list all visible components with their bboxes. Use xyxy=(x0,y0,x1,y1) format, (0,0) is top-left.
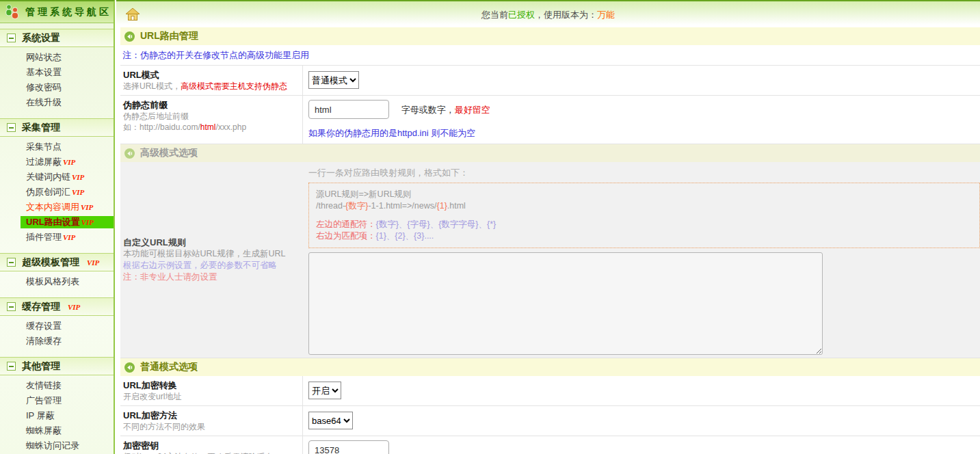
sidebar-section-other[interactable]: 其他管理 xyxy=(0,357,114,375)
token-text: {1} xyxy=(437,201,447,211)
example-line: 源URL规则=>新URL规则 xyxy=(316,189,972,200)
sidebar-item[interactable]: 清除缓存 xyxy=(0,334,114,349)
sidebar-group: 缓存设置 清除缓存 xyxy=(0,316,114,351)
minus-box-icon[interactable] xyxy=(7,362,16,371)
sidebar-group: 网站状态 基本设置 修改密码 在线升级 xyxy=(0,47,114,113)
field-input-cell: base64 xyxy=(303,406,980,436)
field-label-cell: 自定义URL规则 本功能可根据目标站URL规律，生成新URL 根据右边示例设置，… xyxy=(120,162,303,358)
sidebar-item[interactable]: 蜘蛛屏蔽 xyxy=(0,423,114,438)
highlight-text: html xyxy=(200,122,216,132)
form-row-custom-rules: 自定义URL规则 本功能可根据目标站URL规律，生成新URL 根据右边示例设置，… xyxy=(120,162,980,358)
section-label: 缓存管理 xyxy=(22,301,60,313)
vip-badge: VIP xyxy=(72,173,84,181)
vip-badge: VIP xyxy=(72,188,84,196)
sidebar-item[interactable]: IP 屏蔽 xyxy=(0,408,114,423)
speaker-back-icon xyxy=(124,31,135,42)
minus-box-icon[interactable] xyxy=(7,302,16,311)
section-header-normal: 普通模式选项 xyxy=(120,358,980,376)
field-input-cell xyxy=(303,436,980,454)
section-label: 超级模板管理 xyxy=(22,256,79,269)
token-text: {数字} xyxy=(345,201,368,211)
custom-rules-textarea[interactable] xyxy=(308,252,823,355)
vip-badge: VIP xyxy=(63,158,75,166)
field-desc-example: 如：http://baidu.com/html/xxx.php xyxy=(123,122,298,133)
content: URL路由管理 注：伪静态的开关在修改节点的高级功能里启用 URL模式 选择UR… xyxy=(120,27,980,454)
field-desc: 本功能可根据目标站URL规律，生成新URL xyxy=(123,248,299,260)
sidebar-item[interactable]: 修改密码 xyxy=(0,80,114,95)
field-desc: 不同的方法不同的效果 xyxy=(123,421,298,432)
vip-badge: VIP xyxy=(63,233,75,241)
form-row-method: URL加密方法 不同的方法不同的效果 base64 xyxy=(120,406,980,436)
page-title: URL路由管理 xyxy=(140,30,198,42)
version-text: 万能 xyxy=(597,10,615,20)
field-desc: 根据右边示例设置，必要的参数不可省略 xyxy=(123,260,299,271)
sidebar-item[interactable]: 蜘蛛访问记录 xyxy=(0,438,114,453)
sidebar-section-collect[interactable]: 采集管理 xyxy=(0,118,114,137)
section-label: 系统设置 xyxy=(22,32,60,44)
note-line: 注：伪静态的开关在修改节点的高级功能里启用 xyxy=(120,45,980,66)
sidebar-item[interactable]: 友情链接 xyxy=(0,378,114,393)
field-desc-warning: 注：非专业人士请勿设置 xyxy=(123,271,299,283)
sidebar-group: 采集节点 过滤屏蔽VIP 关键词内链VIP 伪原创词汇VIP 文本内容调用VIP… xyxy=(0,137,114,248)
section-header-advanced: 高级模式选项 xyxy=(120,144,980,162)
section-label: 其他管理 xyxy=(22,360,60,373)
sidebar-item[interactable]: 在线升级 xyxy=(0,95,114,110)
minus-box-icon[interactable] xyxy=(7,258,16,267)
section-label: 采集管理 xyxy=(22,122,60,134)
form-row-key: 加密密钥 仅对base64方法有效，更改后需清除缓存 xyxy=(120,436,980,454)
rules-example-box: 源URL规则=>新URL规则 /thread-{数字}-1-1.html=>/n… xyxy=(308,183,980,248)
minus-box-icon[interactable] xyxy=(7,123,16,132)
field-label-cell: URL加密方法 不同的方法不同的效果 xyxy=(120,406,303,436)
sidebar-item[interactable]: 基本设置 xyxy=(0,65,114,80)
sidebar-item[interactable]: 网站状态 xyxy=(0,50,114,65)
sidebar-item[interactable]: 过滤屏蔽VIP xyxy=(0,155,114,170)
field-input-cell: 一行一条对应路由映射规则，格式如下： 源URL规则=>新URL规则 /threa… xyxy=(303,162,980,358)
rules-hint: 一行一条对应路由映射规则，格式如下： xyxy=(308,168,980,178)
sidebar-item[interactable]: 伪原创词汇VIP xyxy=(0,185,114,200)
sidebar-section-system[interactable]: 系统设置 xyxy=(0,29,114,47)
vip-badge: VIP xyxy=(87,258,99,267)
field-label-cell: 伪静态前缀 伪静态后地址前缀 如：http://baidu.com/html/x… xyxy=(120,96,303,144)
encrypt-method-select[interactable]: base64 xyxy=(308,412,353,429)
example-line: 左边的通配符：{数字}、{字母}、{数字字母}、{*} xyxy=(316,219,972,230)
wildcard-label: 左边的通配符： xyxy=(316,219,376,229)
url-mode-select[interactable]: 普通模式 xyxy=(308,71,359,89)
section-header-url-route: URL路由管理 xyxy=(120,27,980,45)
topbar: 您当前已授权，使用版本为：万能 xyxy=(116,0,980,27)
field-input-cell: 开启 xyxy=(303,376,980,405)
example-line: /thread-{数字}-1-1.html=>/news/{1}.html xyxy=(316,200,972,212)
sidebar-item[interactable]: 文本内容调用VIP xyxy=(0,200,114,215)
home-icon[interactable] xyxy=(125,7,140,22)
field-label-cell: URL加密转换 开启改变url地址 xyxy=(120,376,303,405)
sidebar-group: 模板风格列表 xyxy=(0,271,114,292)
sidebar-item-url-route-active[interactable]: URL路由设置VIP xyxy=(21,216,114,228)
sidebar-item[interactable]: 模板风格列表 xyxy=(0,274,114,289)
sidebar: 管理系统导航区 系统设置 网站状态 基本设置 修改密码 在线升级 采集管理 采集… xyxy=(0,0,115,454)
field-label: 自定义URL规则 xyxy=(123,237,299,248)
warning-text: 最好留空 xyxy=(455,105,490,115)
sidebar-item[interactable]: 缓存设置 xyxy=(0,319,114,334)
sidebar-title: 管理系统导航区 xyxy=(25,6,111,18)
encrypt-toggle-select[interactable]: 开启 xyxy=(308,382,341,399)
minus-box-icon[interactable] xyxy=(7,34,16,42)
example-line: 右边为匹配项：{1}、{2}、{3}.... xyxy=(316,230,972,242)
section-title: 高级模式选项 xyxy=(140,147,198,159)
form-row-encrypt: URL加密转换 开启改变url地址 开启 xyxy=(120,376,980,406)
vip-badge: VIP xyxy=(81,203,93,211)
sidebar-section-cache[interactable]: 缓存管理 VIP xyxy=(0,297,114,316)
encrypt-key-input[interactable] xyxy=(308,440,389,454)
field-desc: 伪静态后地址前缀 xyxy=(123,111,298,122)
vip-badge: VIP xyxy=(68,303,80,311)
vip-badge: VIP xyxy=(81,218,94,226)
match-values: {1}、{2}、{3}.... xyxy=(376,231,434,241)
sidebar-item[interactable]: 采集节点 xyxy=(0,139,114,155)
prefix-blue-hint: 如果你的伪静态用的是httpd.ini 则不能为空 xyxy=(308,127,980,139)
sidebar-item[interactable]: 广告管理 xyxy=(0,393,114,408)
field-label: URL加密转换 xyxy=(123,379,298,391)
sidebar-item[interactable]: 关键词内链VIP xyxy=(0,170,114,185)
sidebar-section-template[interactable]: 超级模板管理 VIP xyxy=(0,253,114,271)
prefix-input[interactable] xyxy=(308,100,389,119)
field-label: URL模式 xyxy=(123,69,298,81)
sidebar-item[interactable]: 插件管理VIP xyxy=(0,230,114,245)
input-hint: 字母或数字，最好留空 xyxy=(401,105,490,115)
